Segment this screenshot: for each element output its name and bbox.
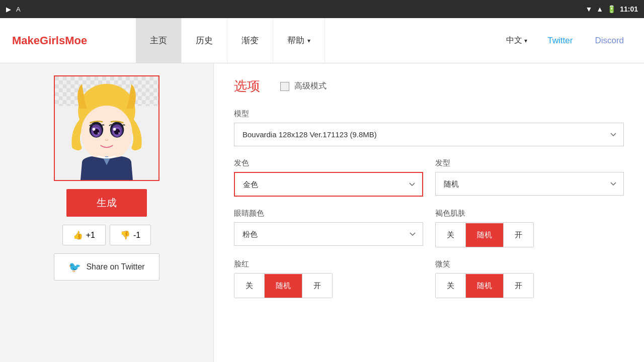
- options-header: 选项 高级模式: [234, 77, 624, 95]
- language-selector[interactable]: 中文 ▾: [498, 35, 535, 46]
- sidebar: 生成 👍 +1 👎 -1 🐦 Share on Twitter: [0, 63, 213, 362]
- tan-skin-label: 褐色肌肤: [435, 209, 624, 218]
- svg-point-18: [118, 132, 120, 134]
- status-bar: ▶ A ▼ ▲ 🔋 11:01: [0, 0, 644, 18]
- eye-skin-row: 眼睛颜色 粉色 蓝色 棕色 绿色 红色 随机 褐色肌肤 关 随机 开: [234, 209, 624, 247]
- nav-tabs: 主页 历史 渐变 帮助 ▾: [136, 18, 325, 63]
- svg-point-6: [81, 106, 132, 161]
- downvote-button[interactable]: 👎 -1: [110, 225, 151, 245]
- navbar: MakeGirlsMoe 主页 历史 渐变 帮助 ▾ 中文 ▾ Twitter …: [0, 18, 644, 63]
- model-label: 模型: [234, 109, 624, 119]
- hair-style-select[interactable]: 随机 短发 长发 双马尾 马尾: [435, 172, 624, 196]
- hair-style-section: 发型 随机 短发 长发 双马尾 马尾: [435, 158, 624, 197]
- smile-on-btn[interactable]: 开: [504, 274, 533, 298]
- hair-row: 发色 金色 黑色 棕色 蓝色 红色 粉色 白色 发型 随机 短发 长发 双马尾: [234, 158, 624, 197]
- tan-skin-random-btn[interactable]: 随机: [466, 223, 503, 247]
- generate-button[interactable]: 生成: [66, 189, 147, 217]
- play-icon: ▶: [6, 6, 11, 13]
- status-bar-right: ▼ ▲ 🔋 11:01: [585, 5, 638, 13]
- navbar-right: 中文 ▾ Twitter Discord: [488, 18, 644, 63]
- svg-point-17: [113, 128, 116, 131]
- blush-toggle: 关 随机 开: [234, 273, 333, 298]
- blush-random-btn[interactable]: 随机: [265, 274, 302, 298]
- blush-label: 脸红: [234, 259, 423, 269]
- model-select[interactable]: Bouvardia 128x128 Ver.171123 (9.8MB): [234, 123, 624, 146]
- hair-style-label: 发型: [435, 158, 624, 168]
- tan-skin-section: 褐色肌肤 关 随机 开: [435, 209, 624, 247]
- smile-random-btn[interactable]: 随机: [466, 274, 503, 298]
- brand-logo: MakeGirlsMoe: [0, 18, 136, 63]
- thumbs-down-icon: 👎: [120, 230, 130, 240]
- twitter-share-button[interactable]: 🐦 Share on Twitter: [54, 253, 159, 281]
- tan-skin-on-btn[interactable]: 开: [504, 223, 533, 247]
- eye-color-section: 眼睛颜色 粉色 蓝色 棕色 绿色 红色 随机: [234, 209, 423, 247]
- chevron-down-icon: ▾: [524, 37, 527, 44]
- svg-point-12: [98, 132, 99, 134]
- tan-skin-toggle: 关 随机 开: [435, 222, 534, 247]
- smile-toggle: 关 随机 开: [435, 273, 534, 298]
- twitter-link[interactable]: Twitter: [537, 36, 583, 46]
- options-title: 选项: [234, 77, 260, 95]
- battery-icon: 🔋: [607, 5, 616, 13]
- eye-color-label: 眼睛颜色: [234, 209, 423, 218]
- vote-container: 👍 +1 👎 -1: [62, 225, 151, 245]
- eye-color-select[interactable]: 粉色 蓝色 棕色 绿色 红色 随机: [234, 222, 423, 246]
- character-svg: [55, 76, 158, 180]
- tab-history[interactable]: 历史: [182, 18, 227, 63]
- tab-help[interactable]: 帮助 ▾: [273, 18, 325, 63]
- twitter-bird-icon: 🐦: [68, 261, 81, 273]
- time-display: 11:01: [620, 5, 638, 13]
- chevron-down-icon: ▾: [307, 37, 310, 44]
- blush-section: 脸红 关 随机 开: [234, 259, 423, 298]
- blush-on-btn[interactable]: 开: [302, 274, 332, 298]
- tab-morph[interactable]: 渐变: [227, 18, 273, 63]
- options-panel: 选项 高级模式 模型 Bouvardia 128x128 Ver.171123 …: [213, 63, 644, 362]
- wifi-icon: ▼: [585, 5, 592, 13]
- tan-skin-off-btn[interactable]: 关: [436, 223, 465, 247]
- advanced-mode-toggle: 高级模式: [280, 81, 327, 92]
- hair-color-label: 发色: [234, 158, 423, 168]
- tab-home[interactable]: 主页: [136, 18, 182, 63]
- upvote-button[interactable]: 👍 +1: [62, 225, 106, 245]
- smile-off-btn[interactable]: 关: [436, 274, 465, 298]
- advanced-mode-checkbox[interactable]: [280, 82, 289, 91]
- blush-smile-row: 脸红 关 随机 开 微笑 关 随机 开: [234, 259, 624, 298]
- main-content: 生成 👍 +1 👎 -1 🐦 Share on Twitter 选项 高级模式: [0, 63, 644, 362]
- model-section: 模型 Bouvardia 128x128 Ver.171123 (9.8MB): [234, 109, 624, 146]
- discord-link[interactable]: Discord: [585, 36, 634, 46]
- character-image: [54, 75, 159, 181]
- thumbs-up-icon: 👍: [73, 230, 83, 240]
- svg-point-11: [93, 128, 96, 131]
- smile-section: 微笑 关 随机 开: [435, 259, 624, 298]
- hair-color-select[interactable]: 金色 黑色 棕色 蓝色 红色 粉色 白色: [234, 172, 423, 197]
- smile-label: 微笑: [435, 259, 624, 269]
- hair-color-section: 发色 金色 黑色 棕色 蓝色 红色 粉色 白色: [234, 158, 423, 197]
- translate-icon: A: [16, 6, 21, 13]
- blush-off-btn[interactable]: 关: [234, 274, 264, 298]
- signal-icon: ▲: [596, 5, 603, 13]
- status-bar-left: ▶ A: [6, 6, 21, 13]
